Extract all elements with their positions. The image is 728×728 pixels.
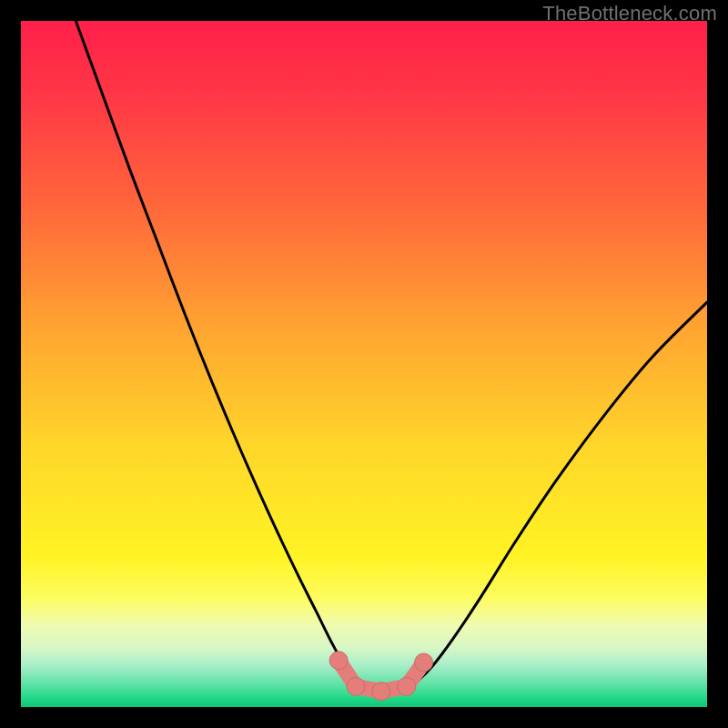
- curve-left-curve: [76, 21, 364, 690]
- plot-area: [21, 21, 707, 707]
- chart-frame: TheBottleneck.com: [0, 0, 728, 728]
- trough-marker: [398, 677, 416, 695]
- watermark-text: TheBottleneck.com: [542, 2, 717, 25]
- chart-curves: [21, 21, 707, 707]
- curve-right-curve: [405, 302, 707, 690]
- trough-marker: [329, 652, 348, 670]
- trough-marker: [372, 682, 390, 701]
- trough-marker: [347, 677, 365, 695]
- trough-marker: [415, 653, 433, 672]
